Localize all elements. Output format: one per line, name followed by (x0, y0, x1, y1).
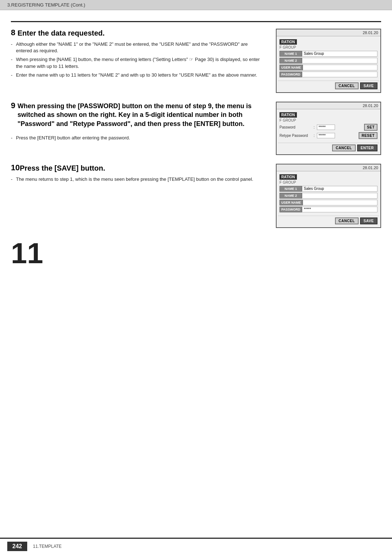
step8-text: 8 Enter the data requested. Although eit… (11, 29, 269, 93)
step9-section: 9 When pressing the [PASSWORD] button on… (11, 102, 381, 155)
step10-inner: RATION F GROUP NAME 1 Sales Group NAME 2 (277, 171, 380, 227)
step8-save-button[interactable]: SAVE (360, 82, 378, 89)
step8-field-password: PASSWORD (279, 72, 377, 77)
step9-retype-row: Retype Password : ***** RESET (279, 132, 377, 139)
step9-password-label: Password (279, 125, 312, 129)
step8-section: 8 Enter the data requested. Although eit… (11, 29, 381, 93)
step10-label-username: USER NAME (279, 200, 303, 205)
step8-value-name2 (302, 58, 377, 64)
step9-ration: RATION (279, 112, 297, 118)
step10-ui-panel: 28.01.20 RATION F GROUP NAME 1 Sales Gro… (276, 164, 381, 228)
step9-set-button[interactable]: SET (364, 124, 377, 131)
step9-bullets: Press the [ENTER] button after entering … (11, 135, 265, 141)
step10-panel: 28.01.20 RATION F GROUP NAME 1 Sales Gro… (276, 164, 381, 228)
top-divider (11, 21, 381, 22)
step9-text: 9 When pressing the [PASSWORD] button on… (11, 102, 269, 155)
step9-password-value: ***** (317, 125, 335, 130)
step10-value-name1: Sales Group (302, 186, 377, 192)
step9-number: 9 (11, 102, 15, 110)
step9-heading: 9 When pressing the [PASSWORD] button on… (11, 102, 265, 131)
step8-label-username: USER NAME (279, 65, 303, 70)
step9-ui-panel: 28.01.20 RATION F GROUP Password : *****… (276, 102, 381, 155)
big-number: 11 (11, 239, 51, 268)
step10-label-name2: NAME 2 (279, 193, 302, 199)
step10-value-username (303, 200, 377, 205)
step10-heading: 10 Press the [SAVE] button. (11, 164, 265, 172)
step10-form: NAME 1 Sales Group NAME 2 USER NAME (278, 185, 379, 214)
step10-save-button[interactable]: SAVE (360, 217, 378, 224)
step8-value-username (303, 65, 377, 70)
step8-ui-panel: 28.01.20 RATION F GROUP NAME 1 Sales Gro… (276, 29, 381, 93)
footer-text: 11.TEMPLATE (33, 544, 62, 549)
step8-value-name1: Sales Group (302, 51, 377, 57)
step9-retype-value: ***** (317, 133, 335, 138)
step9-password-row: Password : ***** SET (279, 124, 377, 131)
step10-datetime: 28.01.20 (277, 164, 380, 171)
big-number-section: 11 (11, 239, 381, 268)
step10-value-name2 (302, 193, 377, 199)
step8-bullets: Although either the "NAME 1" or the "NAM… (11, 41, 265, 78)
step8-panel: 28.01.20 RATION F GROUP NAME 1 Sales Gro… (276, 29, 381, 93)
step10-bullet-1: The menu returns to step 1, which is the… (11, 176, 265, 183)
step10-field-password: PASSWORD ***** (279, 207, 377, 212)
header-text: 3.REGISTERING TEMPLATE (Cont.) (7, 2, 85, 8)
step9-cancel-button[interactable]: CANCEL (332, 144, 356, 151)
step8-footer: CANCEL SAVE (278, 81, 379, 91)
step10-title: Press the [SAVE] button. (20, 164, 105, 172)
step8-label-password: PASSWORD (279, 72, 302, 77)
step10-value-password: ***** (302, 207, 377, 212)
step10-ration: RATION (279, 174, 297, 180)
step9-datetime: 28.01.20 (277, 102, 380, 109)
main-content: 8 Enter the data requested. Although eit… (0, 10, 392, 275)
step10-cancel-button[interactable]: CANCEL (335, 217, 359, 224)
step8-heading: 8 Enter the data requested. (11, 29, 265, 37)
step9-retype-colon: : (314, 134, 315, 138)
step9-password-colon: : (314, 125, 315, 129)
step10-label-password: PASSWORD (279, 207, 302, 212)
page-header: 3.REGISTERING TEMPLATE (Cont.) (0, 0, 392, 10)
step9-retype-label: Retype Password (279, 134, 312, 138)
step8-bullet-1: Although either the "NAME 1" or the "NAM… (11, 41, 265, 54)
step10-footer: CANCEL SAVE (278, 216, 379, 226)
step8-cancel-button[interactable]: CANCEL (335, 82, 359, 89)
step10-field-name1: NAME 1 Sales Group (279, 186, 377, 192)
page-footer: 242 11.TEMPLATE (0, 538, 392, 554)
step9-bullet-1: Press the [ENTER] button after entering … (11, 135, 265, 141)
step8-bullet-3: Enter the name with up to 11 letters for… (11, 72, 265, 78)
step8-datetime: 28.01.20 (277, 29, 380, 36)
step9-form: Password : ***** SET Retype Password : *… (278, 123, 379, 141)
step9-group-label: F GROUP (278, 118, 379, 123)
step10-section: 10 Press the [SAVE] button. The menu ret… (11, 164, 381, 228)
step8-group-label: F GROUP (278, 45, 379, 50)
footer-page-number: 242 (7, 542, 27, 551)
step8-field-name1: NAME 1 Sales Group (279, 51, 377, 57)
step8-inner: RATION F GROUP NAME 1 Sales Group NAME 2 (277, 36, 380, 92)
step8-field-username: USER NAME (279, 65, 377, 70)
step8-title: Enter the data requested. (17, 29, 105, 37)
step10-field-name2: NAME 2 (279, 193, 377, 199)
step8-form: NAME 1 Sales Group NAME 2 USER NAME (278, 50, 379, 79)
step9-inner: RATION F GROUP Password : ***** SET (277, 109, 380, 154)
step10-label-name1: NAME 1 (279, 186, 302, 192)
step10-bullets: The menu returns to step 1, which is the… (11, 176, 265, 183)
step10-number: 10 (11, 164, 20, 172)
step8-label-name2: NAME 2 (279, 58, 302, 64)
step9-panel: 28.01.20 RATION F GROUP Password : *****… (276, 102, 381, 155)
step9-reset-button[interactable]: RESET (359, 132, 377, 139)
step9-enter-button[interactable]: ENTER (357, 144, 377, 151)
step8-value-password (302, 72, 377, 77)
step9-title: When pressing the [PASSWORD] button on t… (17, 102, 265, 128)
step8-label-name1: NAME 1 (279, 51, 302, 57)
step10-field-username: USER NAME (279, 200, 377, 205)
step10-group-label: F GROUP (278, 180, 379, 185)
step10-text: 10 Press the [SAVE] button. The menu ret… (11, 164, 269, 228)
step8-ration: RATION (279, 39, 297, 45)
step8-field-name2: NAME 2 (279, 58, 377, 64)
step8-bullet-2: When pressing the [NAME 1] button, the m… (11, 56, 265, 69)
step9-footer: CANCEL ENTER (278, 143, 379, 153)
step8-number: 8 (11, 29, 15, 37)
